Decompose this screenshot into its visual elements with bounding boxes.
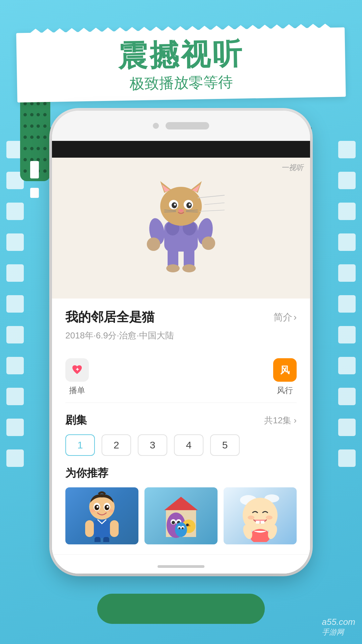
banner-strip: 震撼视听 极致播放零等待 <box>16 27 346 102</box>
line-deco-right <box>311 127 312 195</box>
film-dot <box>6 357 24 374</box>
film-dot <box>338 388 356 405</box>
svg-rect-42 <box>95 537 101 542</box>
film-dot <box>338 357 356 374</box>
playlist-label: 播单 <box>69 385 85 396</box>
phone-speaker <box>166 122 209 129</box>
film-dot <box>6 295 24 313</box>
fengxing-button[interactable]: 风 风行 <box>273 358 297 396</box>
svg-point-12 <box>160 187 202 226</box>
episode-btn-4[interactable]: 4 <box>174 434 203 456</box>
playlist-icon <box>65 358 89 382</box>
recommend-section: 为你推荐 <box>65 466 297 544</box>
episodes-header: 剧集 共12集 › <box>65 413 297 428</box>
app-content: 我的邻居全是猫 简介 › 2018年·6.9分·治愈·中国大陆 播单 <box>52 299 310 554</box>
recommend-list <box>65 487 297 544</box>
rec-character-2 <box>159 490 203 542</box>
svg-point-9 <box>147 237 160 251</box>
phone-bottom <box>52 554 310 574</box>
svg-text:风: 风 <box>280 365 290 375</box>
banner-title: 震撼视听 <box>37 38 325 72</box>
recommend-item-2[interactable] <box>144 487 218 544</box>
recommend-item-1[interactable] <box>65 487 138 544</box>
film-strip-right <box>332 74 362 543</box>
action-row: 播单 风 风行 <box>65 352 297 403</box>
title-row: 我的邻居全是猫 简介 › <box>65 309 297 326</box>
recommend-item-3[interactable] <box>224 487 297 544</box>
episode-btn-3[interactable]: 3 <box>138 434 167 456</box>
fengxing-icon: 风 <box>273 358 297 382</box>
bottom-blob <box>97 594 265 624</box>
front-camera <box>153 123 159 129</box>
film-dot <box>6 388 24 405</box>
thumb-decoration <box>17 87 54 195</box>
svg-point-38 <box>108 509 114 513</box>
episode-btn-1[interactable]: 1 <box>65 434 95 456</box>
svg-point-23 <box>178 209 184 212</box>
watermark: a55.com 手游网 <box>322 617 355 637</box>
watermark-line2: 手游网 <box>322 627 355 637</box>
episode-btn-5[interactable]: 5 <box>210 434 240 456</box>
video-content-area[interactable]: 一视听 <box>52 158 310 299</box>
svg-point-22 <box>189 204 191 206</box>
svg-rect-63 <box>260 521 264 524</box>
svg-point-21 <box>174 204 176 206</box>
film-dot <box>6 203 24 220</box>
svg-point-37 <box>90 509 96 513</box>
fengxing-logo-icon: 风 <box>277 362 293 378</box>
svg-marker-45 <box>164 497 198 510</box>
svg-point-35 <box>97 506 99 508</box>
side-accent-2 <box>30 188 39 198</box>
svg-point-58 <box>182 527 184 529</box>
episodes-title: 剧集 <box>65 413 87 428</box>
side-accent-1 <box>30 161 39 178</box>
home-indicator <box>158 565 204 568</box>
svg-point-65 <box>266 516 273 520</box>
film-dot <box>338 419 356 436</box>
svg-point-54 <box>175 522 187 537</box>
film-dot <box>338 172 356 189</box>
svg-point-2 <box>166 264 180 272</box>
playlist-button[interactable]: 播单 <box>65 358 89 396</box>
fengxing-label: 风行 <box>277 385 293 396</box>
film-dot <box>338 326 356 343</box>
svg-rect-39 <box>94 520 110 538</box>
heart-icon <box>70 363 84 377</box>
svg-point-36 <box>107 506 109 508</box>
svg-point-53 <box>186 524 189 526</box>
svg-rect-43 <box>103 537 109 542</box>
episodes-section: 剧集 共12集 › 1 2 3 4 5 <box>65 413 297 456</box>
film-dot <box>6 233 24 251</box>
video-player-bar <box>52 141 310 158</box>
svg-line-27 <box>186 212 198 212</box>
episode-btn-2[interactable]: 2 <box>102 434 131 456</box>
svg-point-49 <box>172 521 175 524</box>
intro-link[interactable]: 简介 › <box>274 311 297 324</box>
svg-rect-41 <box>110 520 119 537</box>
recommend-title: 为你推荐 <box>65 466 297 481</box>
film-dot <box>338 449 356 467</box>
episodes-total: 共12集 › <box>264 415 297 426</box>
intro-arrow: › <box>294 312 297 323</box>
film-dot <box>338 203 356 220</box>
phone-mockup: 一视听 <box>52 111 310 574</box>
banner-subtitle: 极致播放零等待 <box>37 70 325 95</box>
svg-point-3 <box>182 264 196 272</box>
rec-character-1 <box>80 490 124 542</box>
film-dot <box>338 295 356 313</box>
svg-rect-62 <box>256 521 260 524</box>
phone-notch <box>52 111 310 141</box>
film-dot <box>338 264 356 282</box>
svg-rect-40 <box>85 520 94 537</box>
film-dot <box>6 264 24 282</box>
watermark-line1: a55.com <box>322 617 355 627</box>
svg-point-10 <box>202 236 215 250</box>
intro-label: 简介 <box>274 311 292 324</box>
show-title: 我的邻居全是猫 <box>65 309 155 326</box>
video-watermark: 一视听 <box>281 163 303 173</box>
svg-line-25 <box>164 212 176 212</box>
film-dot <box>338 233 356 251</box>
film-dot <box>338 141 356 158</box>
episode-list: 1 2 3 4 5 <box>65 434 297 456</box>
svg-point-57 <box>178 527 180 529</box>
